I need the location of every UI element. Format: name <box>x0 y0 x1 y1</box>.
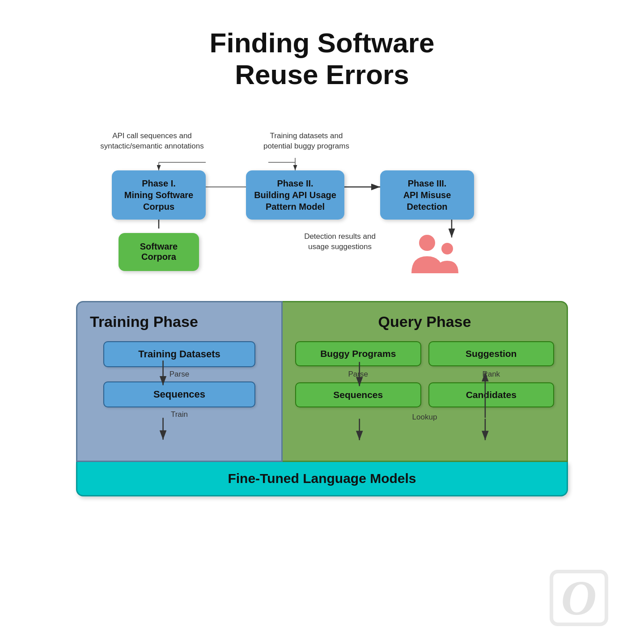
software-corpora-box: Software Corpora <box>119 233 199 271</box>
svg-point-11 <box>441 243 453 254</box>
svg-point-10 <box>419 235 435 251</box>
main-title: Finding Software Reuse Errors <box>210 27 435 91</box>
page-container: Finding Software Reuse Errors <box>0 0 644 644</box>
parse-label-training: Parse <box>103 370 255 379</box>
fine-tuned-bar: Fine-Tuned Language Models <box>76 462 568 496</box>
top-diagram: API call sequences and syntactic/semanti… <box>76 118 568 283</box>
bottom-area: Training Phase Training Datasets Parse S… <box>76 301 568 496</box>
phase1-box: Phase I. Mining Software Corpus <box>112 170 206 220</box>
person-icons <box>402 233 474 278</box>
phase3-box: Phase III. API Misuse Detection <box>380 170 474 220</box>
training-phase-label: Training Phase <box>90 313 269 330</box>
lookup-label: Lookup <box>295 413 554 422</box>
query-phase-label: Query Phase <box>295 313 554 330</box>
watermark: O <box>550 570 608 626</box>
rank-label: Rank <box>428 370 555 379</box>
training-panel: Training Phase Training Datasets Parse S… <box>76 301 283 462</box>
training-datasets-box: Training Datasets <box>103 341 255 367</box>
query-bottom-row: Sequences Candidates <box>295 382 554 407</box>
sequences-box-query: Sequences <box>295 382 421 407</box>
sequences-box-training: Sequences <box>103 381 255 407</box>
annotation-detection: Detection results and usage suggestions <box>295 232 385 252</box>
phase2-box: Phase II. Building API Usage Pattern Mod… <box>246 170 344 220</box>
phases-row: Training Phase Training Datasets Parse S… <box>76 301 568 462</box>
annotation-left: API call sequences and syntactic/semanti… <box>98 131 206 152</box>
parse-label-query: Parse <box>295 370 421 379</box>
suggestion-box: Suggestion <box>428 341 555 366</box>
candidates-box: Candidates <box>428 382 555 407</box>
train-label: Train <box>103 410 255 419</box>
query-panel: Query Phase Buggy Programs Suggestion Pa… <box>283 301 568 462</box>
buggy-programs-box: Buggy Programs <box>295 341 421 366</box>
annotation-right: Training datasets and potential buggy pr… <box>255 131 358 152</box>
query-top-row: Buggy Programs Suggestion <box>295 341 554 366</box>
